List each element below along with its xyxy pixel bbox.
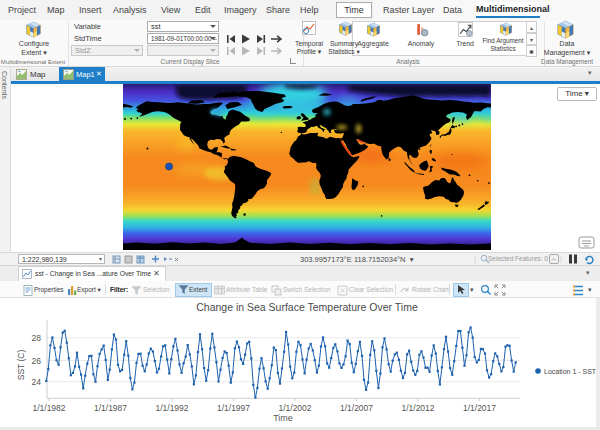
svg-text:24: 24	[32, 377, 42, 387]
svg-text:Time: Time	[273, 413, 293, 423]
svg-text:1/1/1987: 1/1/1987	[94, 403, 127, 413]
svg-text:1/1/2017: 1/1/2017	[463, 403, 496, 413]
svg-text:1/1/2007: 1/1/2007	[340, 403, 373, 413]
svg-text:1/1/1997: 1/1/1997	[217, 403, 250, 413]
svg-text:1/1/2012: 1/1/2012	[401, 403, 434, 413]
svg-text:1/1/2002: 1/1/2002	[278, 403, 311, 413]
svg-text:SST (C): SST (C)	[16, 350, 26, 381]
svg-text:26: 26	[32, 356, 42, 366]
svg-text:1/1/1982: 1/1/1982	[32, 403, 65, 413]
svg-text:28: 28	[32, 333, 42, 343]
svg-text:Location 1 - SST: Location 1 - SST	[544, 368, 597, 375]
svg-text:1/1/1992: 1/1/1992	[155, 403, 188, 413]
